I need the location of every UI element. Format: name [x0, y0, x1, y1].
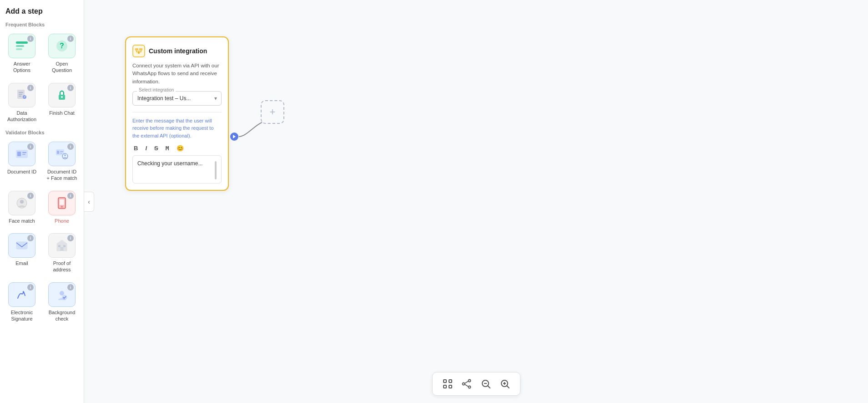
svg-rect-19	[60, 151, 63, 152]
info-badge: i	[27, 85, 34, 91]
sidebar-item-answer-options[interactable]: i Answer Options	[4, 31, 40, 77]
svg-rect-8	[19, 96, 21, 97]
phone-icon	[56, 197, 67, 209]
sidebar-item-finish-chat[interactable]: i Finish Chat	[44, 80, 80, 126]
select-integration-wrap: Select integration Integration test – Us…	[132, 91, 222, 106]
svg-point-12	[61, 96, 63, 98]
svg-rect-2	[16, 48, 22, 50]
svg-rect-43	[444, 380, 446, 383]
toolbar-bold-button[interactable]: B	[132, 144, 139, 153]
svg-rect-46	[449, 385, 452, 388]
plus-icon: +	[270, 107, 276, 117]
fit-view-button[interactable]	[439, 376, 456, 392]
svg-rect-18	[57, 151, 59, 154]
info-badge: i	[67, 193, 74, 199]
sidebar-item-doc-id-face[interactable]: i Document ID + Face match	[44, 139, 80, 184]
info-badge: i	[27, 143, 34, 150]
zoom-out-button[interactable]	[477, 376, 495, 392]
sidebar-item-proof-address[interactable]: i Proof of address	[44, 230, 80, 276]
info-badge: i	[27, 193, 34, 199]
toolbar-emoji-button[interactable]: 😊	[175, 144, 185, 153]
face-match-icon-wrap: i	[8, 191, 35, 215]
info-badge: i	[27, 235, 34, 241]
svg-rect-28	[16, 242, 27, 249]
svg-rect-29	[61, 247, 63, 251]
sidebar-item-data-authorization[interactable]: i ✓ Data Authorization	[4, 80, 40, 126]
proof-address-label: Proof of address	[45, 260, 78, 273]
signature-icon-wrap: i	[8, 282, 35, 307]
sidebar-item-phone[interactable]: i Phone	[44, 188, 80, 227]
toolbar-italic-button[interactable]: I	[144, 144, 148, 153]
frequent-blocks-label: Frequent Blocks	[5, 22, 80, 27]
toolbar-mono-button[interactable]: M	[164, 144, 171, 153]
text-toolbar: B I S M 😊	[132, 144, 222, 153]
svg-rect-14	[17, 152, 21, 156]
info-badge: i	[67, 36, 74, 42]
scrollbar	[215, 161, 217, 179]
svg-point-27	[61, 206, 63, 208]
email-icon-wrap: i	[8, 233, 35, 258]
svg-rect-44	[449, 380, 452, 383]
info-badge: i	[67, 143, 74, 150]
data-auth-label: Data Authorization	[5, 110, 38, 123]
zoom-out-icon	[481, 379, 491, 389]
answer-options-label: Answer Options	[5, 61, 38, 74]
collapse-sidebar-button[interactable]: ‹	[84, 192, 94, 212]
info-badge: i	[27, 36, 34, 42]
card-divider	[132, 112, 222, 112]
open-question-label: Open Question	[45, 61, 78, 74]
sidebar-item-face-match[interactable]: i Face match	[4, 188, 40, 227]
electronic-signature-label: Electronic Signature	[5, 309, 38, 322]
plus-node[interactable]: +	[261, 100, 284, 124]
svg-rect-16	[22, 154, 25, 155]
doc-icon: ✓	[15, 89, 28, 102]
phone-label: Phone	[55, 218, 69, 224]
sidebar-title: Add a step	[4, 7, 80, 15]
sidebar-item-document-id[interactable]: i Document ID	[4, 139, 40, 184]
svg-point-22	[64, 154, 66, 156]
svg-marker-38	[233, 135, 236, 138]
bg-check-icon-wrap: i	[48, 282, 76, 307]
background-check-label: Background check	[45, 309, 78, 322]
svg-text:?: ?	[60, 42, 64, 50]
address-icon-wrap: i	[48, 233, 76, 258]
sidebar-item-email[interactable]: i Email	[4, 230, 40, 276]
message-input-box[interactable]: Checking your username...	[132, 155, 222, 184]
svg-rect-31	[63, 245, 66, 247]
answer-options-icon-wrap: i	[8, 34, 35, 58]
svg-rect-26	[60, 199, 64, 205]
frequent-blocks-grid: i Answer Options i ? Open Question	[4, 31, 80, 125]
sidebar-item-background-check[interactable]: i Background check	[44, 280, 80, 325]
svg-point-24	[20, 200, 24, 204]
svg-line-51	[464, 381, 468, 383]
svg-rect-1	[16, 45, 24, 47]
svg-text:✓: ✓	[23, 95, 26, 98]
zoom-in-button[interactable]	[496, 376, 514, 392]
sidebar-item-open-question[interactable]: i ? Open Question	[44, 31, 80, 77]
share-icon	[462, 379, 472, 389]
share-button[interactable]	[458, 376, 475, 392]
open-question-icon-wrap: i ?	[48, 34, 76, 58]
doc-id-face-label: Document ID + Face match	[45, 168, 78, 182]
card-description: Connect your system via API with our Wha…	[132, 62, 222, 86]
svg-point-37	[230, 133, 238, 141]
question-icon: ?	[55, 39, 69, 53]
data-auth-icon-wrap: i ✓	[8, 83, 35, 107]
svg-rect-20	[60, 153, 62, 154]
card-header: Custom integration	[132, 45, 222, 57]
svg-rect-15	[22, 152, 26, 153]
svg-rect-45	[444, 385, 446, 388]
svg-rect-41	[139, 48, 142, 51]
select-integration-dropdown[interactable]: Integration test – Us...	[132, 91, 222, 106]
canvas-area: ‹ Custom integrat	[84, 0, 868, 403]
svg-line-54	[488, 386, 490, 388]
address-icon	[56, 239, 68, 252]
doc-id-icon-wrap: i	[8, 142, 35, 166]
sidebar-item-electronic-signature[interactable]: i Electronic Signature	[4, 280, 40, 325]
message-text: Checking your username...	[137, 159, 202, 179]
email-icon	[15, 240, 28, 250]
svg-rect-6	[19, 92, 23, 93]
toolbar-strikethrough-button[interactable]: S	[153, 144, 160, 153]
lock-icon	[56, 89, 68, 102]
document-id-label: Document ID	[7, 168, 36, 175]
